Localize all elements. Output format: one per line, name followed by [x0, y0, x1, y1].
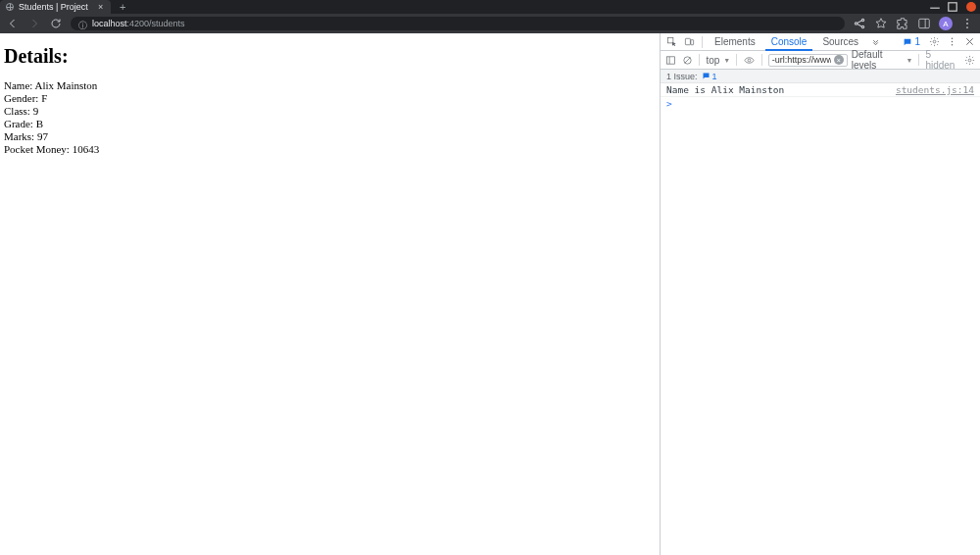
messages-badge-count: 1: [914, 36, 920, 47]
svg-point-15: [951, 41, 952, 42]
console-toolbar: top ▼ -url:https://www.ge × Default leve…: [661, 51, 980, 70]
console-log-message: Name is Alix Mainston: [666, 84, 896, 95]
inspect-element-icon[interactable]: [664, 35, 678, 49]
extensions-icon[interactable]: [896, 17, 909, 30]
tab-console[interactable]: Console: [765, 34, 813, 51]
detail-line: Name: Alix Mainston: [4, 79, 656, 92]
live-expression-icon[interactable]: [743, 53, 756, 67]
console-log-row[interactable]: Name is Alix Mainston students.js:14: [661, 83, 980, 97]
chevron-down-icon: ▼: [723, 57, 730, 64]
reload-button[interactable]: [49, 17, 63, 30]
address-bar: ⓘ localhost:4200/students A: [0, 14, 980, 33]
omnibox[interactable]: ⓘ localhost:4200/students: [71, 17, 845, 30]
separator: [761, 54, 762, 66]
profile-avatar[interactable]: A: [939, 17, 953, 30]
side-panel-icon[interactable]: [917, 17, 931, 30]
separator: [736, 54, 737, 66]
device-toolbar-icon[interactable]: [682, 35, 696, 49]
svg-point-8: [966, 23, 968, 25]
svg-point-7: [966, 19, 968, 21]
forward-button[interactable]: [27, 17, 41, 30]
maximize-window-icon[interactable]: [947, 1, 958, 13]
svg-point-13: [933, 40, 936, 43]
console-filter-input[interactable]: -url:https://www.ge ×: [768, 54, 848, 67]
svg-point-22: [968, 59, 971, 62]
site-info-icon[interactable]: ⓘ: [78, 20, 86, 27]
window-buttons: [923, 0, 976, 14]
clear-console-icon[interactable]: [681, 53, 694, 67]
webpage-content: Details: Name: Alix Mainston Gender: F C…: [0, 33, 660, 555]
console-sidebar-toggle-icon[interactable]: [664, 53, 677, 67]
toolbar-right: A: [853, 17, 974, 30]
devtools-panel: Elements Console Sources 1: [660, 33, 980, 555]
tab-elements[interactable]: Elements: [709, 33, 761, 50]
content-split: Details: Name: Alix Mainston Gender: F C…: [0, 33, 980, 555]
separator: [918, 54, 919, 66]
new-tab-button[interactable]: +: [115, 0, 130, 14]
prompt-caret: >: [666, 98, 672, 109]
detail-line: Class: 9: [4, 105, 656, 118]
page-heading: Details:: [4, 45, 656, 68]
svg-point-4: [861, 25, 863, 27]
svg-point-16: [951, 44, 952, 45]
detail-line: Marks: 97: [4, 130, 656, 143]
share-icon[interactable]: [853, 17, 866, 30]
devtools-close-icon[interactable]: [962, 35, 976, 49]
issues-bar[interactable]: 1 Issue: 1: [661, 70, 980, 83]
devtools-menu-icon[interactable]: [945, 35, 958, 49]
separator: [699, 54, 700, 66]
url-host: localhost: [92, 19, 127, 28]
svg-point-2: [855, 23, 857, 25]
tab-strip: Students | Project × +: [0, 0, 980, 14]
separator: [702, 36, 703, 48]
clear-filter-icon[interactable]: ×: [834, 55, 844, 65]
issues-label: 1 Issue:: [666, 72, 698, 81]
tab-sources[interactable]: Sources: [816, 33, 864, 50]
log-levels-label: Default levels: [852, 49, 905, 71]
console-output: Name is Alix Mainston students.js:14 >: [661, 83, 980, 555]
svg-point-3: [861, 19, 863, 21]
issues-count: 1: [712, 72, 717, 81]
url-path: :4200/students: [127, 19, 185, 28]
console-prompt[interactable]: >: [661, 97, 980, 110]
console-settings-gear-icon[interactable]: [963, 53, 976, 67]
svg-line-20: [684, 57, 690, 63]
close-window-icon[interactable]: [966, 2, 976, 12]
svg-rect-11: [685, 38, 690, 44]
log-levels-selector[interactable]: Default levels ▼: [852, 49, 913, 71]
svg-rect-5: [919, 19, 930, 27]
globe-icon: [6, 3, 14, 11]
context-label: top: [706, 55, 719, 66]
detail-line: Gender: F: [4, 92, 656, 105]
minimize-window-icon[interactable]: [929, 1, 941, 13]
browser-chrome-top: Students | Project × + ⓘ localhost:: [0, 0, 980, 33]
execution-context-selector[interactable]: top ▼: [706, 55, 730, 66]
detail-line: Pocket Money: 10643: [4, 143, 656, 156]
svg-rect-1: [949, 3, 956, 11]
svg-rect-12: [690, 40, 693, 45]
detail-line: Grade: B: [4, 118, 656, 130]
more-tabs-icon[interactable]: [868, 35, 882, 49]
avatar-initial: A: [943, 20, 948, 28]
svg-point-9: [966, 26, 968, 28]
messages-badge[interactable]: 1: [900, 36, 923, 47]
chevron-down-icon: ▼: [906, 57, 913, 64]
close-tab-icon[interactable]: ×: [98, 2, 103, 12]
console-log-source-link[interactable]: students.js:14: [896, 84, 974, 95]
issues-badge: 1: [702, 72, 717, 81]
svg-point-14: [951, 38, 952, 39]
star-icon[interactable]: [874, 17, 888, 30]
filter-text: -url:https://www.ge: [772, 55, 831, 65]
svg-rect-17: [666, 56, 674, 63]
back-button[interactable]: [6, 17, 20, 30]
menu-kebab-icon[interactable]: [960, 17, 974, 30]
settings-gear-icon[interactable]: [927, 35, 941, 49]
hidden-messages-label[interactable]: 5 hidden: [925, 49, 959, 71]
browser-tab[interactable]: Students | Project ×: [0, 0, 111, 14]
tab-title: Students | Project: [19, 2, 88, 12]
svg-point-21: [748, 59, 751, 62]
